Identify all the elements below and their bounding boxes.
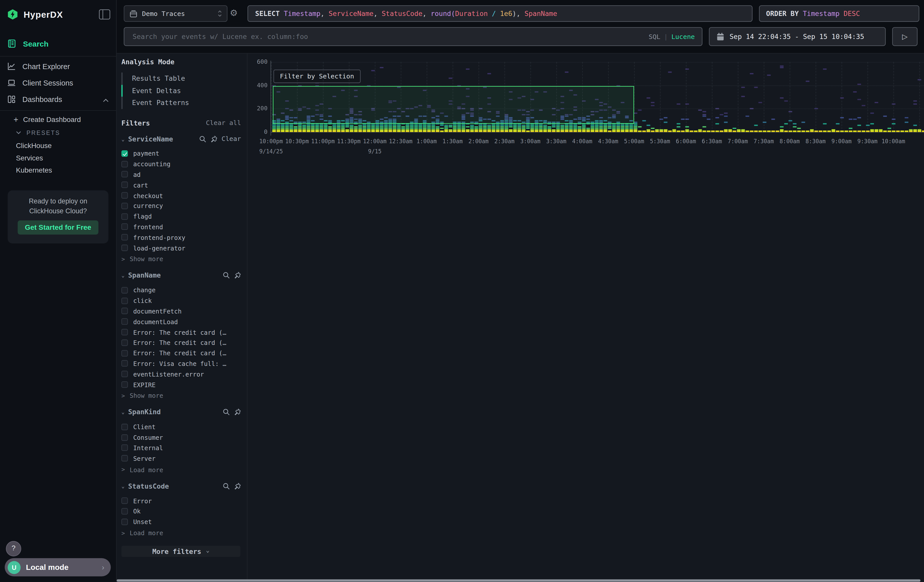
chevron-up-icon[interactable] bbox=[102, 94, 109, 105]
show-more-button[interactable]: Show more bbox=[121, 254, 241, 264]
filter-option[interactable]: accounting bbox=[121, 159, 241, 169]
sidebar-item-client-sessions[interactable]: Client Sessions bbox=[0, 75, 116, 91]
filter-option[interactable]: Unset bbox=[121, 516, 241, 527]
more-filters-button[interactable]: More filters bbox=[121, 546, 240, 557]
sidebar-item-clickhouse[interactable]: ClickHouse bbox=[0, 140, 116, 152]
filter-option[interactable]: ad bbox=[121, 169, 241, 180]
search-icon[interactable] bbox=[223, 272, 230, 279]
get-started-button[interactable]: Get Started for Free bbox=[18, 220, 98, 234]
lucene-mode-toggle[interactable]: Lucene bbox=[671, 33, 695, 40]
checkbox[interactable] bbox=[121, 371, 128, 378]
search-icon[interactable] bbox=[199, 135, 206, 142]
filter-option[interactable]: Error: The credit card (… bbox=[121, 337, 241, 348]
checkbox[interactable] bbox=[121, 424, 128, 430]
filter-option[interactable]: Error: The credit card (… bbox=[121, 348, 241, 358]
checkbox[interactable] bbox=[121, 434, 128, 441]
checkbox[interactable] bbox=[121, 203, 128, 209]
checkbox[interactable] bbox=[121, 287, 128, 293]
checkbox[interactable] bbox=[121, 171, 128, 178]
filter-option[interactable]: documentFetch bbox=[121, 306, 241, 316]
checkbox[interactable] bbox=[121, 498, 128, 504]
clear-filter-button[interactable]: Clear bbox=[221, 135, 241, 142]
filter-group-header[interactable]: SpanName bbox=[121, 271, 241, 280]
run-query-button[interactable] bbox=[892, 27, 917, 46]
time-range-picker[interactable]: Sep 14 22:04:35 - Sep 15 10:04:35 bbox=[709, 27, 886, 46]
analysis-mode-option[interactable]: Results Table bbox=[122, 73, 241, 84]
pin-icon[interactable] bbox=[210, 135, 217, 142]
filter-group-header[interactable]: ServiceNameClear bbox=[121, 135, 241, 143]
checkbox[interactable] bbox=[121, 182, 128, 188]
analysis-mode-option[interactable]: Event Patterns bbox=[122, 97, 241, 109]
sidebar-item-search[interactable]: Search bbox=[0, 35, 116, 52]
sidebar-item-services[interactable]: Services bbox=[0, 152, 116, 164]
filter-option[interactable]: frontend-proxy bbox=[121, 232, 241, 242]
filter-option[interactable]: payment bbox=[121, 148, 241, 159]
filter-option[interactable]: checkout bbox=[121, 190, 241, 201]
sidebar-collapse-icon[interactable] bbox=[99, 9, 110, 19]
chart-selection-region[interactable] bbox=[273, 86, 634, 124]
filter-option[interactable]: Consumer bbox=[121, 432, 241, 443]
pin-icon[interactable] bbox=[234, 483, 241, 490]
sidebar-presets-toggle[interactable]: PRESETS bbox=[0, 127, 116, 138]
filter-option[interactable]: Error: The credit card (… bbox=[121, 327, 241, 337]
sql-mode-toggle[interactable]: SQL bbox=[649, 33, 660, 40]
filter-option[interactable]: eventListener.error bbox=[121, 369, 241, 379]
checkbox[interactable] bbox=[121, 234, 128, 241]
checkbox-checked[interactable] bbox=[121, 150, 128, 157]
checkbox[interactable] bbox=[121, 213, 128, 220]
account-menu[interactable]: U Local mode › bbox=[5, 558, 111, 576]
filter-option[interactable]: change bbox=[121, 285, 241, 295]
help-button[interactable]: ? bbox=[6, 541, 21, 556]
filter-by-selection-tooltip[interactable]: Filter by Selection bbox=[274, 69, 361, 83]
filter-option[interactable]: EXPIRE bbox=[121, 379, 241, 390]
clear-all-button[interactable]: Clear all bbox=[206, 119, 241, 127]
checkbox[interactable] bbox=[121, 350, 128, 356]
sql-select-editor[interactable]: SELECT Timestamp, ServiceName, StatusCod… bbox=[248, 5, 752, 22]
checkbox[interactable] bbox=[121, 318, 128, 325]
filter-option[interactable]: Error bbox=[121, 495, 241, 506]
search-input[interactable] bbox=[131, 32, 648, 41]
search-icon[interactable] bbox=[223, 409, 230, 416]
checkbox[interactable] bbox=[121, 455, 128, 462]
checkbox[interactable] bbox=[121, 445, 128, 451]
order-by-editor[interactable]: ORDER BY Timestamp DESC bbox=[759, 5, 919, 22]
pin-icon[interactable] bbox=[234, 272, 241, 279]
horizontal-scrollbar[interactable] bbox=[117, 579, 921, 582]
filter-group-header[interactable]: StatusCode bbox=[121, 482, 241, 490]
checkbox[interactable] bbox=[121, 308, 128, 315]
checkbox[interactable] bbox=[121, 224, 128, 230]
pin-icon[interactable] bbox=[234, 409, 241, 416]
filter-group-header[interactable]: SpanKind bbox=[121, 408, 241, 417]
source-select[interactable]: Demo Traces bbox=[124, 5, 228, 22]
checkbox[interactable] bbox=[121, 297, 128, 304]
show-more-button[interactable]: Load more bbox=[121, 528, 241, 537]
sidebar-item-create-dashboard[interactable]: + Create Dashboard bbox=[0, 113, 116, 126]
sidebar-item-dashboards[interactable]: Dashboards bbox=[0, 91, 116, 107]
sidebar-item-kubernetes[interactable]: Kubernetes bbox=[0, 165, 116, 176]
checkbox[interactable] bbox=[121, 381, 128, 388]
analysis-mode-option[interactable]: Event Deltas bbox=[122, 84, 241, 97]
filter-option[interactable]: documentLoad bbox=[121, 316, 241, 326]
search-icon[interactable] bbox=[223, 483, 230, 490]
checkbox[interactable] bbox=[121, 360, 128, 367]
filter-option[interactable]: flagd bbox=[121, 211, 241, 221]
filter-option[interactable]: Ok bbox=[121, 506, 241, 516]
gear-icon[interactable] bbox=[230, 8, 238, 18]
checkbox[interactable] bbox=[121, 192, 128, 199]
checkbox[interactable] bbox=[121, 339, 128, 346]
filter-option[interactable]: Error: Visa cache full: … bbox=[121, 358, 241, 369]
sidebar-item-chart-explorer[interactable]: Chart Explorer bbox=[0, 58, 116, 74]
checkbox[interactable] bbox=[121, 518, 128, 525]
filter-option[interactable]: cart bbox=[121, 180, 241, 190]
show-more-button[interactable]: Show more bbox=[121, 391, 241, 400]
checkbox[interactable] bbox=[121, 508, 128, 514]
checkbox[interactable] bbox=[121, 161, 128, 167]
filter-option[interactable]: Client bbox=[121, 422, 241, 432]
checkbox[interactable] bbox=[121, 329, 128, 336]
filter-option[interactable]: load-generator bbox=[121, 243, 241, 253]
filter-option[interactable]: click bbox=[121, 295, 241, 306]
filter-option[interactable]: Server bbox=[121, 453, 241, 463]
checkbox[interactable] bbox=[121, 245, 128, 251]
show-more-button[interactable]: Load more bbox=[121, 465, 241, 474]
filter-option[interactable]: frontend bbox=[121, 222, 241, 232]
